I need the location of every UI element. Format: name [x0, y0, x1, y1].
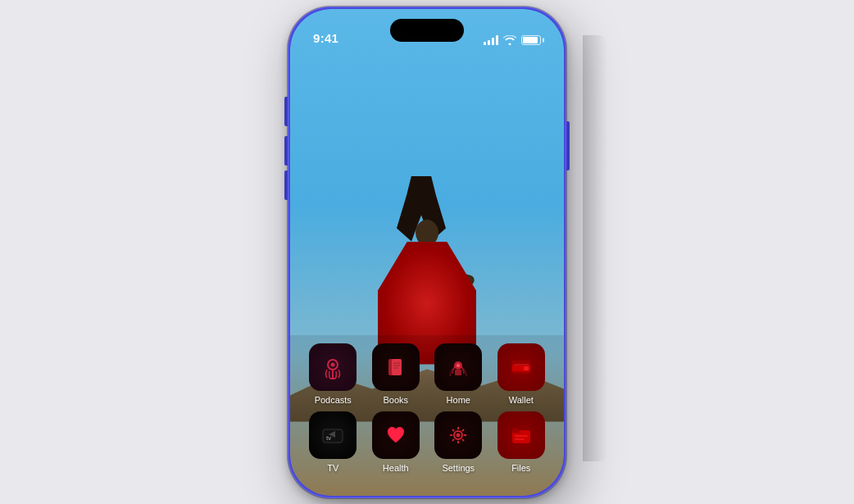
app-item-files[interactable]: Files	[493, 411, 549, 473]
battery-icon	[521, 35, 541, 45]
svg-rect-32	[515, 435, 528, 437]
phone-shadow	[583, 35, 607, 461]
status-icons	[484, 35, 541, 45]
app-item-tv[interactable]: tv TV	[305, 411, 361, 473]
svg-text:tv: tv	[326, 435, 331, 441]
svg-rect-15	[524, 366, 529, 370]
tv-label: TV	[327, 463, 338, 473]
svg-line-26	[462, 438, 464, 440]
svg-rect-5	[392, 359, 402, 375]
svg-point-1	[331, 362, 335, 366]
tv-icon[interactable]: tv	[309, 411, 357, 459]
home-icon[interactable]	[434, 343, 482, 391]
phone-wrapper: 9:41	[271, 2, 583, 502]
podcasts-label: Podcasts	[315, 395, 352, 405]
svg-rect-3	[330, 378, 335, 379]
svg-point-20	[457, 433, 461, 437]
files-label: Files	[511, 463, 530, 473]
health-icon[interactable]	[372, 411, 420, 459]
svg-line-28	[452, 438, 454, 440]
signal-icon	[484, 35, 498, 45]
app-item-health[interactable]: Health	[368, 411, 424, 473]
wallet-icon[interactable]	[497, 343, 545, 391]
settings-label: Settings	[442, 463, 475, 473]
podcasts-icon[interactable]	[309, 343, 357, 391]
settings-icon[interactable]	[434, 411, 482, 459]
app-item-books[interactable]: Books	[368, 343, 424, 405]
svg-rect-14	[514, 364, 529, 366]
battery-fill	[523, 37, 538, 43]
app-item-podcasts[interactable]: Podcasts	[305, 343, 361, 405]
phone-frame: 9:41	[288, 7, 566, 498]
status-time: 9:41	[313, 31, 338, 45]
health-label: Health	[383, 463, 409, 473]
wifi-icon	[503, 35, 516, 45]
svg-rect-16	[512, 371, 530, 374]
app-item-settings[interactable]: Settings	[430, 411, 486, 473]
svg-rect-31	[512, 428, 519, 432]
svg-line-25	[452, 429, 454, 431]
app-grid: Podcasts Books	[290, 335, 564, 496]
app-item-wallet[interactable]: Wallet	[493, 343, 549, 405]
app-row-2: tv TV Health	[302, 411, 552, 473]
home-label: Home	[447, 395, 470, 405]
wallet-label: Wallet	[509, 395, 534, 405]
books-label: Books	[383, 395, 408, 405]
svg-point-11	[457, 364, 460, 367]
svg-rect-10	[455, 370, 461, 375]
svg-rect-33	[515, 438, 525, 440]
app-row-1: Podcasts Books	[302, 343, 552, 405]
svg-line-27	[462, 429, 464, 431]
phone-screen: 9:41	[290, 9, 564, 496]
files-icon[interactable]	[497, 411, 545, 459]
books-icon[interactable]	[372, 343, 420, 391]
app-item-home[interactable]: Home	[430, 343, 486, 405]
dynamic-island	[390, 19, 464, 42]
